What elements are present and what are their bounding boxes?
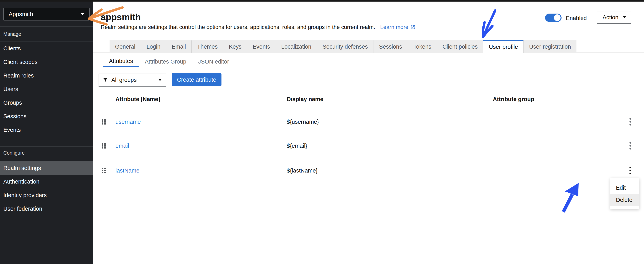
filter-funnel-icon xyxy=(103,78,108,82)
sidebar-manage-items: Clients Client scopes Realm roles Users … xyxy=(0,42,93,137)
attribute-link[interactable]: lastName xyxy=(116,167,140,174)
realm-description-row: Realm settings are settings that control… xyxy=(101,24,416,30)
table-row-lastname: lastName ${lastName} xyxy=(93,158,644,183)
tab-login[interactable]: Login xyxy=(141,40,166,53)
attribute-display-name: ${username} xyxy=(287,119,319,125)
toolbar-divider xyxy=(93,91,644,91)
chevron-down-icon xyxy=(623,16,626,18)
attribute-display-name: ${lastName} xyxy=(287,167,318,174)
drag-handle-icon[interactable] xyxy=(102,119,106,124)
action-dropdown-button[interactable]: Action xyxy=(597,11,631,24)
sidebar-item-groups[interactable]: Groups xyxy=(0,96,93,109)
enabled-toggle[interactable] xyxy=(545,14,562,22)
column-header-display-name: Display name xyxy=(287,96,323,102)
context-menu-edit[interactable]: Edit xyxy=(610,182,639,194)
attribute-link[interactable]: username xyxy=(116,119,141,125)
sidebar-item-users[interactable]: Users xyxy=(0,82,93,96)
create-attribute-button[interactable]: Create attribute xyxy=(172,73,222,86)
tab-general[interactable]: General xyxy=(110,40,141,53)
learn-more-link[interactable]: Learn more xyxy=(380,24,416,30)
groups-filter-select[interactable]: All groups xyxy=(98,74,166,87)
table-row-username: username ${username} xyxy=(93,110,644,133)
subtab-attributes[interactable]: Attributes xyxy=(103,56,139,67)
sidebar-item-events[interactable]: Events xyxy=(0,123,93,137)
subtab-json-editor[interactable]: JSON editor xyxy=(192,56,235,67)
annotation-arrow-blue-bottom xyxy=(563,183,578,212)
external-link-icon xyxy=(410,25,416,30)
attribute-display-name: ${email} xyxy=(287,143,307,149)
row-context-menu: Edit Delete xyxy=(610,178,639,209)
learn-more-label: Learn more xyxy=(380,24,408,30)
annotation-arrow-blue-top xyxy=(483,11,495,37)
realm-selector-value: Appsmith xyxy=(9,11,33,18)
chevron-down-icon xyxy=(81,13,84,15)
tab-themes[interactable]: Themes xyxy=(192,40,223,53)
top-window-strip xyxy=(0,0,644,2)
row-kebab-menu-icon[interactable] xyxy=(626,116,634,128)
tab-sessions[interactable]: Sessions xyxy=(373,40,408,53)
row-kebab-menu-icon[interactable] xyxy=(626,140,634,152)
context-menu-delete[interactable]: Delete xyxy=(610,194,639,206)
tab-user-registration[interactable]: User registration xyxy=(524,40,576,53)
page-title: appsmith xyxy=(101,12,141,23)
table-row-email: email ${email} xyxy=(93,133,644,158)
attribute-link[interactable]: email xyxy=(116,143,129,149)
sidebar-configure-items: Realm settings Authentication Identity p… xyxy=(0,161,93,216)
row-kebab-menu-icon-open[interactable] xyxy=(626,165,634,177)
action-label: Action xyxy=(602,14,618,21)
drag-handle-icon[interactable] xyxy=(102,168,106,173)
realm-description: Realm settings are settings that control… xyxy=(101,24,375,30)
tab-keys[interactable]: Keys xyxy=(223,40,247,53)
sidebar-item-client-scopes[interactable]: Client scopes xyxy=(0,55,93,69)
sidebar: Appsmith Manage Clients Client scopes Re… xyxy=(0,2,93,264)
sidebar-section-manage: Manage xyxy=(0,27,93,42)
column-header-attribute-group: Attribute group xyxy=(493,96,534,102)
sidebar-item-clients[interactable]: Clients xyxy=(0,42,93,55)
sidebar-item-user-federation[interactable]: User federation xyxy=(0,202,93,216)
groups-filter-value: All groups xyxy=(111,77,137,83)
sidebar-item-realm-roles[interactable]: Realm roles xyxy=(0,69,93,82)
user-profile-subtabbar: Attributes Attributes Group JSON editor xyxy=(103,56,235,67)
tab-user-profile[interactable]: User profile xyxy=(483,40,524,53)
keycloak-admin-console: Appsmith Manage Clients Client scopes Re… xyxy=(0,0,644,264)
sidebar-item-sessions[interactable]: Sessions xyxy=(0,109,93,123)
tab-client-policies[interactable]: Client policies xyxy=(437,40,483,53)
chevron-down-icon xyxy=(158,79,162,81)
realm-selector-dropdown[interactable]: Appsmith xyxy=(3,8,90,21)
sidebar-section-configure: Configure xyxy=(0,147,93,159)
tab-security-defenses[interactable]: Security defenses xyxy=(317,40,374,53)
drag-handle-icon[interactable] xyxy=(102,143,106,149)
sidebar-item-authentication[interactable]: Authentication xyxy=(0,175,93,188)
column-header-attribute-name: Attribute [Name] xyxy=(116,96,160,102)
tab-events[interactable]: Events xyxy=(247,40,276,53)
subtab-attributes-group[interactable]: Attributes Group xyxy=(139,56,192,67)
sidebar-item-identity-providers[interactable]: Identity providers xyxy=(0,188,93,202)
tab-localization[interactable]: Localization xyxy=(276,40,317,53)
enabled-label: Enabled xyxy=(566,15,587,22)
realm-settings-tabbar: General Login Email Themes Keys Events L… xyxy=(110,40,576,53)
sidebar-item-realm-settings[interactable]: Realm settings xyxy=(0,161,93,175)
tab-email[interactable]: Email xyxy=(166,40,192,53)
tab-tokens[interactable]: Tokens xyxy=(408,40,437,53)
sidebar-divider xyxy=(0,159,93,159)
toggle-knob xyxy=(554,14,560,21)
